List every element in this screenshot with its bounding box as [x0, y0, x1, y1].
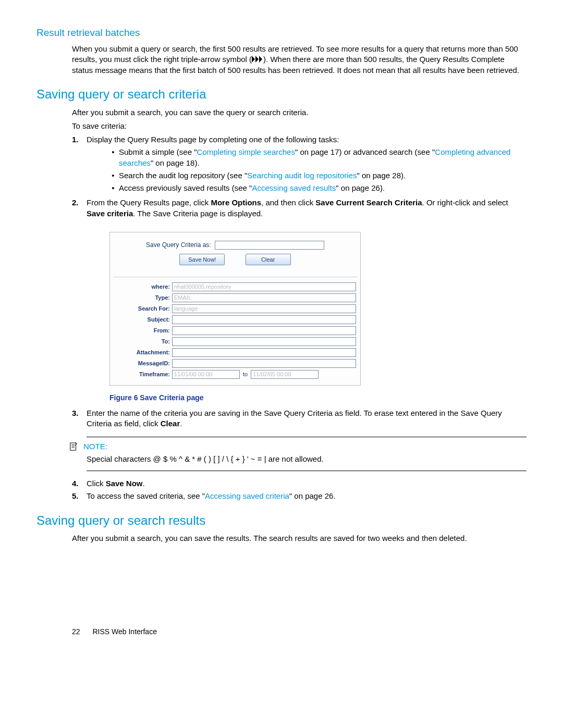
subject-label: Subject:: [110, 316, 172, 324]
page-footer: 22 RISS Web Interface: [36, 627, 527, 637]
triple-arrow-icon: [252, 55, 263, 65]
bold: Save Now: [106, 479, 143, 488]
note-body: Special characters @ $ % ^ & * # ( ) [ ]…: [87, 454, 527, 464]
svg-rect-0: [70, 443, 76, 450]
text: Click: [87, 479, 106, 488]
heading-saving-criteria: Saving query or search criteria: [36, 86, 527, 103]
link-saved-criteria[interactable]: Accessing saved criteria: [205, 491, 289, 500]
type-input[interactable]: EMAIL: [172, 293, 356, 302]
para-result-retrieval: When you submit a query or search, the f…: [72, 44, 527, 76]
bullet-3: • Access previously saved results (see "…: [107, 183, 527, 193]
text: , and then click: [261, 198, 315, 207]
para-saving-results: After you submit a search, you can save …: [72, 533, 527, 544]
to-input[interactable]: [172, 337, 356, 346]
text: " on page 18).: [151, 158, 200, 167]
step-number: 2.: [72, 198, 87, 219]
bold: Save Current Search Criteria: [315, 198, 422, 207]
bold: Clear: [161, 419, 180, 428]
step-number: 1.: [72, 134, 87, 195]
step-5: 5. To access the saved criteria, see "Ac…: [72, 491, 527, 501]
where-label: where:: [110, 283, 172, 291]
text: .: [180, 419, 182, 428]
footer-text: RISS Web Interface: [92, 627, 156, 636]
text: " on page 26).: [336, 183, 385, 192]
page-number: 22: [72, 627, 80, 637]
bullet-icon: •: [107, 170, 119, 181]
note-label: NOTE:: [83, 441, 107, 452]
step-number: 4.: [72, 478, 87, 489]
text: " on page 28).: [357, 171, 406, 180]
timeframe-to-input[interactable]: 11/02/05 00:00: [251, 370, 319, 379]
bullet-icon: •: [107, 147, 119, 168]
bold: Save criteria: [87, 209, 133, 218]
type-label: Type:: [110, 294, 172, 302]
figure-save-criteria: Save Query Criteria as: Save Now! Clear …: [109, 232, 527, 386]
text: . Or right-click and select: [422, 198, 508, 207]
step-number: 3.: [72, 408, 87, 429]
link-audit-log[interactable]: Searching audit log repositories: [247, 171, 357, 180]
where-input[interactable]: nhat000005.repository: [172, 282, 356, 291]
bullet-1: • Submit a simple (see "Completing simpl…: [107, 147, 527, 168]
attachment-input[interactable]: [172, 348, 356, 357]
text: .: [143, 479, 145, 488]
from-input[interactable]: [172, 326, 356, 335]
text: Enter the name of the criteria you are s…: [87, 409, 502, 428]
text: To access the saved criteria, see ": [87, 491, 205, 500]
bold: More Options: [211, 198, 261, 207]
searchfor-input[interactable]: language: [172, 304, 356, 313]
attachment-label: Attachment:: [110, 349, 172, 356]
step-3: 3. Enter the name of the criteria you ar…: [72, 408, 527, 429]
text: Display the Query Results page by comple…: [87, 135, 339, 144]
text: . The Save Criteria page is displayed.: [133, 209, 263, 218]
step-1: 1. Display the Query Results page by com…: [72, 134, 527, 195]
from-label: From:: [110, 327, 172, 335]
link-saved-results[interactable]: Accessing saved results: [252, 183, 336, 192]
text: From the Query Results page, click: [87, 198, 211, 207]
note-icon: [69, 442, 78, 451]
to-label: To:: [110, 338, 172, 346]
text: Search the audit log repository (see ": [119, 171, 247, 180]
timeframe-from-input[interactable]: 11/01/00 00:00: [172, 370, 240, 379]
text: " on page 26.: [289, 491, 336, 500]
bullet-icon: •: [107, 183, 119, 193]
para-tosave: To save criteria:: [72, 121, 527, 131]
step-number: 5.: [72, 491, 87, 501]
note-block: NOTE: Special characters @ $ % ^ & * # (…: [87, 437, 527, 472]
text: Submit a simple (see ": [119, 147, 197, 156]
clear-button[interactable]: Clear: [246, 254, 291, 265]
text: Access previously saved results (see ": [119, 183, 252, 192]
messageid-input[interactable]: [172, 359, 356, 368]
heading-saving-results: Saving query or search results: [36, 512, 527, 529]
figure-caption: Figure 6 Save Criteria page: [109, 393, 527, 403]
step-2: 2. From the Query Results page, click Mo…: [72, 198, 527, 219]
subject-input[interactable]: [172, 315, 356, 324]
searchfor-label: Search For:: [110, 305, 172, 313]
bullet-2: • Search the audit log repository (see "…: [107, 170, 527, 181]
step-4: 4. Click Save Now.: [72, 478, 527, 489]
save-as-label: Save Query Criteria as:: [146, 241, 211, 249]
messageid-label: MessageID:: [110, 360, 172, 367]
text: " on page 17) or advanced search (see ": [295, 147, 435, 156]
save-as-input[interactable]: [215, 241, 324, 250]
link-simple-searches[interactable]: Completing simple searches: [197, 147, 295, 156]
heading-result-retrieval: Result retrieval batches: [36, 26, 527, 40]
save-now-button[interactable]: Save Now!: [179, 254, 225, 265]
timeframe-to-label: to: [243, 371, 248, 378]
para-intro: After you submit a search, you can save …: [72, 107, 527, 118]
timeframe-label: Timeframe:: [110, 371, 172, 378]
